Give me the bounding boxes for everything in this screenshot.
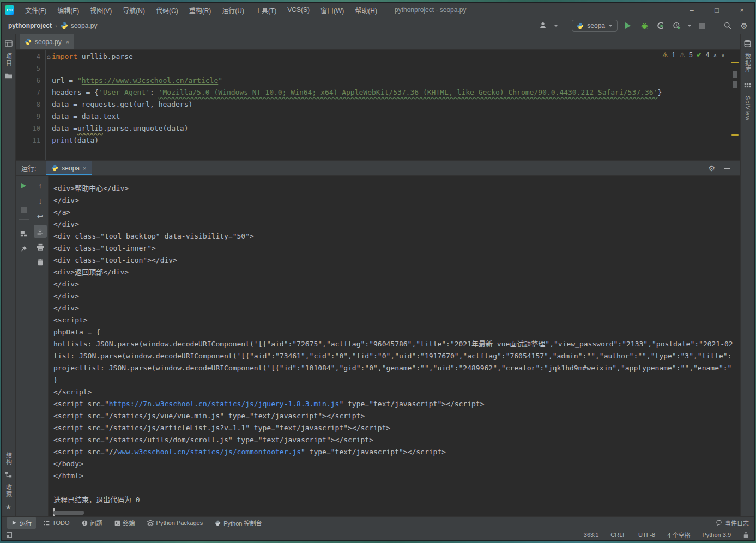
toolbar-separator	[565, 21, 565, 30]
run-tab-seopa[interactable]: seopa ×	[46, 161, 92, 175]
down-stack-trace-button[interactable]: ↓	[34, 194, 47, 208]
toolwindow-todo[interactable]: TODO	[39, 518, 74, 528]
hide-panel-icon[interactable]	[724, 168, 730, 169]
next-problem-chevron-icon[interactable]: ∨	[721, 52, 725, 58]
console-link[interactable]: www.w3cschool.cn/statics/js/commonfooter…	[117, 448, 301, 456]
scrollbar-thumb-mark[interactable]	[733, 81, 737, 88]
code-line[interactable]: 5	[16, 63, 740, 75]
toolwindow-python-packages[interactable]: Python Packages	[143, 518, 208, 528]
run-button[interactable]	[622, 20, 634, 32]
line-number[interactable]: 8	[16, 99, 45, 111]
favorites-tool-label[interactable]: 收藏	[4, 484, 13, 497]
project-tool-label[interactable]: 项目	[4, 53, 13, 66]
sciview-icon[interactable]	[744, 83, 751, 90]
pycharm-logo-icon: PC	[5, 5, 14, 15]
fold-marker-icon[interactable]: ⌂	[45, 51, 52, 63]
code-line[interactable]: 11print(data)	[16, 135, 740, 147]
code-line[interactable]: 7headers = {'User-Agent': 'Mozilla/5.0 (…	[16, 87, 740, 99]
user-account-button[interactable]	[537, 20, 549, 32]
coverage-button[interactable]	[655, 20, 667, 32]
structure-tool-label[interactable]: 结构	[4, 452, 13, 465]
profiler-button[interactable]	[671, 20, 683, 32]
menu-item[interactable]: 导航(N)	[117, 3, 150, 17]
line-number[interactable]: 7	[16, 87, 45, 99]
search-everywhere-button[interactable]	[722, 20, 734, 32]
print-button[interactable]	[34, 240, 47, 253]
code-line[interactable]: 9data = data.text	[16, 111, 740, 123]
profiler-dropdown-chevron-icon[interactable]	[687, 25, 692, 27]
breadcrumb-project[interactable]: pythonproject	[8, 22, 52, 29]
console-link[interactable]: https://7n.w3cschool.cn/statics/js/jquer…	[109, 400, 340, 408]
indent-widget[interactable]: 4 个空格	[667, 530, 690, 539]
code-line[interactable]: 6url = "https://www.w3cschool.cn/article…	[16, 75, 740, 87]
pin-tab-button[interactable]	[17, 242, 31, 255]
caret-position-widget[interactable]: 363:1	[584, 532, 599, 538]
toolwindow-run[interactable]: 运行	[7, 517, 36, 529]
console-line: <div>返回顶部</div>	[53, 266, 740, 278]
menu-item[interactable]: 视图(V)	[84, 3, 117, 17]
line-number[interactable]: 6	[16, 75, 45, 87]
favorites-star-icon[interactable]: ★	[5, 503, 11, 511]
toolwindow-terminal[interactable]: 终端	[110, 517, 140, 529]
menu-item[interactable]: 编辑(E)	[52, 3, 84, 17]
run-configuration-select[interactable]: seopa	[572, 20, 618, 32]
horizontal-scrollbar-thumb[interactable]	[53, 511, 84, 515]
project-tool-icon[interactable]	[5, 40, 13, 47]
line-number[interactable]: 9	[16, 111, 45, 123]
clear-console-button[interactable]	[34, 255, 47, 269]
code-token: urllib	[77, 124, 103, 132]
prev-problem-chevron-icon[interactable]: ∧	[713, 52, 717, 58]
debug-button[interactable]	[638, 20, 650, 32]
write-access-lock-icon[interactable]	[743, 532, 749, 538]
interpreter-widget[interactable]: Python 3.9	[702, 532, 731, 538]
code-line[interactable]: 4⌂import urllib.parse	[16, 51, 740, 63]
inspections-widget[interactable]: ⚠1 ⚠5 ✔4 ∧ ∨	[662, 51, 725, 59]
code-token: <script src="/statics/js/vue/vue.min.js"…	[53, 412, 365, 420]
minimize-button[interactable]: –	[679, 3, 704, 17]
run-tab-close-icon[interactable]: ×	[83, 165, 86, 172]
encoding-widget[interactable]: UTF-8	[638, 532, 655, 538]
settings-button[interactable]: ⚙	[738, 20, 750, 32]
menu-item[interactable]: 运行(U)	[216, 3, 250, 17]
editor-tab-seopa[interactable]: seopa.py ×	[20, 34, 74, 49]
menu-item[interactable]: 帮助(H)	[349, 3, 383, 17]
line-number[interactable]: 4	[16, 51, 45, 63]
user-dropdown-chevron-icon[interactable]	[554, 25, 558, 27]
soft-wrap-button[interactable]: ↩	[34, 210, 47, 223]
sciview-tool-label[interactable]: SciView	[745, 96, 751, 121]
menu-item[interactable]: 重构(R)	[184, 3, 217, 17]
scroll-to-end-button[interactable]	[34, 225, 47, 238]
toolwindow-python-console[interactable]: Python 控制台	[210, 517, 266, 529]
restore-layout-button[interactable]	[17, 227, 31, 240]
menu-item[interactable]: 代码(C)	[150, 3, 184, 17]
menu-item[interactable]: 工具(T)	[250, 3, 282, 17]
console-line: </script>	[53, 386, 740, 398]
toolwindow-problems[interactable]: 问题	[77, 517, 107, 529]
database-icon[interactable]	[744, 40, 751, 47]
structure-icon[interactable]	[5, 471, 12, 478]
line-number[interactable]: 5	[16, 63, 45, 75]
run-panel-settings-icon[interactable]: ⚙	[708, 164, 715, 172]
code-line[interactable]: 10data =urllib.parse.unquote(data)	[16, 123, 740, 135]
close-button[interactable]: ×	[729, 3, 754, 17]
run-console[interactable]: <div>帮助中心</div></div></a></div><div clas…	[49, 176, 740, 516]
menu-item[interactable]: 窗口(W)	[315, 3, 349, 17]
breadcrumb-file[interactable]: seopa.py	[71, 22, 98, 29]
up-stack-trace-button[interactable]: ↑	[34, 179, 47, 192]
code-editor[interactable]: 4⌂import urllib.parse56url = "https://ww…	[16, 50, 740, 160]
event-log-button[interactable]: 事件日志	[716, 518, 749, 527]
rerun-button[interactable]	[17, 179, 31, 192]
menu-item[interactable]: 文件(F)	[20, 3, 52, 17]
line-separator-widget[interactable]: CRLF	[610, 532, 626, 538]
database-tool-label[interactable]: 数据库	[743, 53, 752, 73]
toolwindow-toggle-icon[interactable]	[6, 532, 13, 538]
line-number[interactable]: 10	[16, 123, 45, 135]
line-number[interactable]: 11	[16, 135, 45, 147]
code-line[interactable]: 8data = requests.get(url, headers)	[16, 99, 740, 111]
code-token: (data)	[73, 136, 99, 144]
folder-icon[interactable]	[5, 72, 13, 79]
tab-close-icon[interactable]: ×	[66, 39, 69, 45]
maximize-button[interactable]: □	[704, 3, 729, 17]
scrollbar-thumb-mark[interactable]	[733, 71, 737, 78]
menu-item[interactable]: VCS(S)	[282, 4, 315, 16]
